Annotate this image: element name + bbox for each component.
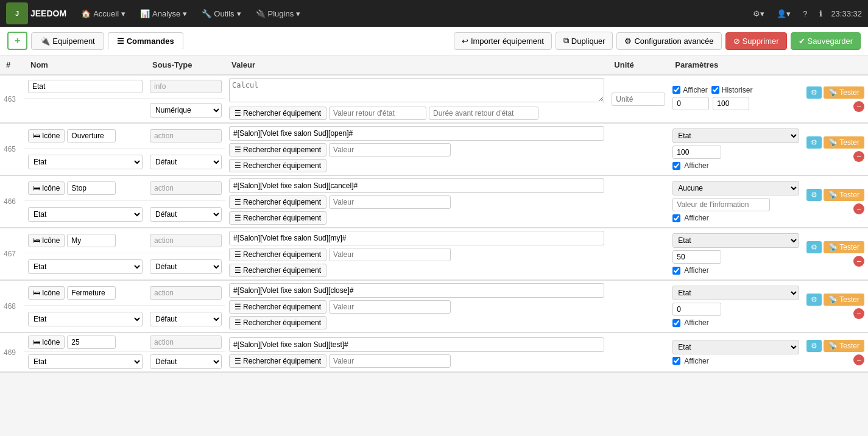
unite-input-463[interactable] <box>612 93 665 106</box>
rechercher-btn-467[interactable]: ☰ Rechercher équipement <box>229 248 326 261</box>
duree-retour-input-463[interactable] <box>429 107 538 120</box>
tab-equipement[interactable]: 🔌 Equipement <box>31 32 104 50</box>
info-icon-btn[interactable]: ℹ <box>816 7 826 21</box>
soustype-bottom-select-465[interactable]: Défaut <box>150 155 222 169</box>
config-avancee-button[interactable]: ⚙ Configuration avancée <box>616 32 721 50</box>
rechercher-btn-466b[interactable]: ☰ Rechercher équipement <box>229 211 326 225</box>
afficher-checkbox-463[interactable] <box>672 86 680 94</box>
soustype-bottom-select-467[interactable]: Défaut <box>150 259 222 274</box>
nom-input-465[interactable] <box>67 129 116 142</box>
tester-button-469[interactable]: 📡 Tester <box>824 340 864 352</box>
settings-icon-btn[interactable]: ⚙▾ <box>749 7 768 21</box>
param-val-468[interactable] <box>672 303 721 316</box>
remove-button-465[interactable]: − <box>853 151 864 162</box>
valeur-textarea-463[interactable] <box>229 78 604 102</box>
valeur-input-465[interactable] <box>229 126 604 141</box>
rechercher-equipement-btn-463[interactable]: ☰ Rechercher équipement <box>229 107 326 120</box>
help-icon-btn[interactable]: ? <box>799 7 811 21</box>
user-icon-btn[interactable]: 👤▾ <box>773 7 794 21</box>
nav-outils[interactable]: 🔧 Outils ▾ <box>196 5 247 22</box>
etat-select-465[interactable]: Etat <box>672 128 799 143</box>
nav-plugins[interactable]: 🔌 Plugins ▾ <box>250 5 307 22</box>
tester-button-465[interactable]: 📡 Tester <box>824 136 864 149</box>
valeur-input-469[interactable] <box>229 337 604 352</box>
tab-commandes[interactable]: ☰ Commandes <box>108 32 183 50</box>
rechercher-btn-465[interactable]: ☰ Rechercher équipement <box>229 143 326 156</box>
gear-button-469[interactable]: ⚙ <box>806 340 822 352</box>
etat-select-bottom-469[interactable]: Etat <box>28 354 143 369</box>
afficher-checkbox-465[interactable] <box>672 162 680 170</box>
rechercher-btn-466[interactable]: ☰ Rechercher équipement <box>229 195 326 209</box>
valeur-input-465b[interactable] <box>329 143 451 156</box>
icone-button-469[interactable]: 🛏 Icône <box>28 336 65 349</box>
tester-button-467[interactable]: 📡 Tester <box>824 241 864 253</box>
etat-select-bottom-465[interactable]: Etat <box>28 155 143 169</box>
afficher-checkbox-468[interactable] <box>672 319 680 327</box>
etat-select-468[interactable]: Etat <box>672 286 799 300</box>
gear-button-463[interactable]: ⚙ <box>806 86 822 99</box>
etat-select-466[interactable]: Aucune <box>672 181 799 195</box>
nom-input-466[interactable] <box>67 181 116 195</box>
remove-button-466[interactable]: − <box>853 203 864 214</box>
remove-button-468[interactable]: − <box>853 308 864 319</box>
rechercher-btn-468[interactable]: ☰ Rechercher équipement <box>229 300 326 314</box>
rechercher-btn-467b[interactable]: ☰ Rechercher équipement <box>229 264 326 277</box>
afficher-checkbox-466[interactable] <box>672 214 680 222</box>
rechercher-btn-465b[interactable]: ☰ Rechercher équipement <box>229 159 326 172</box>
icone-button-467[interactable]: 🛏 Icône <box>28 234 65 247</box>
tester-button-468[interactable]: 📡 Tester <box>824 294 864 306</box>
historiser-checkbox-463[interactable] <box>711 86 719 94</box>
nav-analyse[interactable]: 📊 Analyse ▾ <box>134 5 193 22</box>
remove-button-467[interactable]: − <box>853 256 864 267</box>
soustype-bottom-select-466[interactable]: Défaut <box>150 207 222 222</box>
etat-select-469[interactable]: Etat <box>672 340 799 354</box>
icone-button-466[interactable]: 🛏 Icône <box>28 181 65 195</box>
brand: J JEEDOM <box>6 2 66 24</box>
nom-input-468[interactable] <box>67 286 116 300</box>
valeur-input-469b[interactable] <box>329 354 451 368</box>
valeur-input-467[interactable] <box>229 231 604 245</box>
rechercher-btn-468b[interactable]: ☰ Rechercher équipement <box>229 316 326 329</box>
supprimer-button[interactable]: ⊘ Supprimer <box>725 32 787 50</box>
rechercher-btn-469[interactable]: ☰ Rechercher équipement <box>229 354 326 368</box>
soustype-bottom-select-469[interactable]: Défaut <box>150 354 222 369</box>
gear-button-465[interactable]: ⚙ <box>806 136 822 149</box>
etat-select-467[interactable]: Etat <box>672 233 799 248</box>
soustype-select-463[interactable]: Numérique <box>150 103 222 118</box>
valeur-retour-input-463[interactable] <box>329 107 426 120</box>
param-val-467[interactable] <box>672 250 721 264</box>
tester-button-463[interactable]: 📡 Tester <box>824 86 864 99</box>
sauvegarder-button[interactable]: ✔ Sauvegarder <box>791 32 861 50</box>
etat-select-bottom-468[interactable]: Etat <box>28 312 143 326</box>
nom-input-469[interactable] <box>67 336 116 349</box>
soustype-bottom-select-468[interactable]: Défaut <box>150 312 222 326</box>
add-button[interactable]: + <box>7 32 27 50</box>
val-info-466[interactable] <box>672 198 770 211</box>
afficher-checkbox-469[interactable] <box>672 357 680 365</box>
remove-button-469[interactable]: − <box>853 354 864 365</box>
param-val1-463[interactable] <box>672 97 709 110</box>
afficher-checkbox-467[interactable] <box>672 267 680 275</box>
etat-select-bottom-466[interactable]: Etat <box>28 207 143 222</box>
tester-button-466[interactable]: 📡 Tester <box>824 189 864 201</box>
icone-button-465[interactable]: 🛏 Icône <box>28 129 65 142</box>
importer-button[interactable]: ↩ Importer équipement <box>454 32 552 50</box>
gear-button-466[interactable]: ⚙ <box>806 189 822 201</box>
valeur-input-468[interactable] <box>229 283 604 298</box>
valeur-input-466[interactable] <box>229 178 604 193</box>
nom-input-467[interactable] <box>67 234 116 247</box>
valeur-input-466b[interactable] <box>329 195 451 209</box>
soustype-action-467 <box>150 234 222 247</box>
etat-select-bottom-467[interactable]: Etat <box>28 259 143 274</box>
dupliquer-button[interactable]: ⧉ Dupliquer <box>556 32 613 50</box>
icone-button-468[interactable]: 🛏 Icône <box>28 286 65 300</box>
remove-button-463[interactable]: − <box>853 101 864 112</box>
nom-input-463[interactable] <box>28 80 143 93</box>
gear-button-468[interactable]: ⚙ <box>806 294 822 306</box>
valeur-input-468b[interactable] <box>329 300 451 314</box>
param-val-465[interactable] <box>672 146 721 159</box>
gear-button-467[interactable]: ⚙ <box>806 241 822 253</box>
nav-accueil[interactable]: 🏠 Accueil ▾ <box>75 5 132 22</box>
valeur-input-467b[interactable] <box>329 248 451 261</box>
param-val2-463[interactable] <box>713 97 749 110</box>
